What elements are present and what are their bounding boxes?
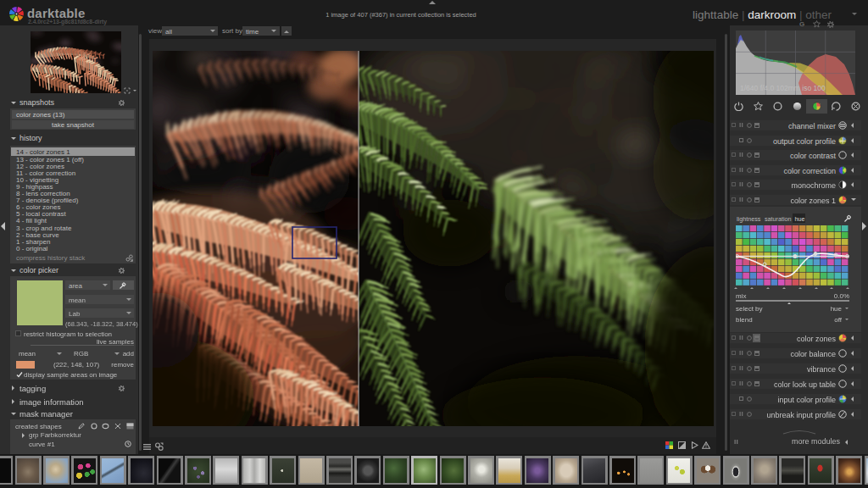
svg-text:1/640 f/4.0 102mm iso 100: 1/640 f/4.0 102mm iso 100 (740, 84, 826, 92)
